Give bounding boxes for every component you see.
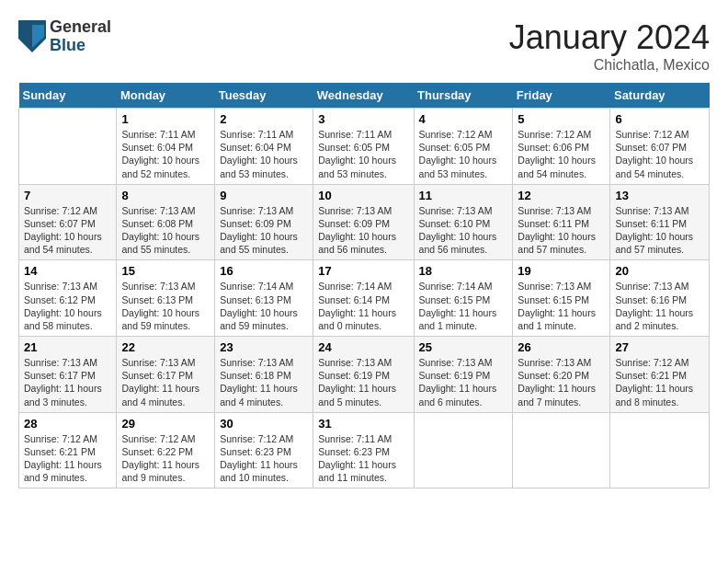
day-info: Sunrise: 7:13 AM Sunset: 6:11 PM Dayligh… (615, 204, 704, 257)
day-info: Sunrise: 7:13 AM Sunset: 6:17 PM Dayligh… (24, 356, 111, 408)
calendar-cell (414, 412, 513, 488)
day-number: 2 (220, 112, 308, 126)
day-info: Sunrise: 7:13 AM Sunset: 6:09 PM Dayligh… (318, 204, 408, 257)
calendar-table: SundayMondayTuesdayWednesdayThursdayFrid… (18, 83, 710, 488)
day-number: 1 (121, 112, 210, 126)
day-number: 23 (220, 340, 308, 354)
day-number: 5 (518, 112, 605, 126)
calendar-cell: 28Sunrise: 7:12 AM Sunset: 6:21 PM Dayli… (19, 412, 117, 488)
day-info: Sunrise: 7:13 AM Sunset: 6:19 PM Dayligh… (318, 356, 408, 408)
day-info: Sunrise: 7:12 AM Sunset: 6:21 PM Dayligh… (615, 356, 704, 408)
calendar-cell: 7Sunrise: 7:12 AM Sunset: 6:07 PM Daylig… (19, 184, 117, 260)
day-number: 28 (24, 417, 111, 431)
day-number: 7 (24, 189, 111, 202)
day-number: 6 (615, 112, 704, 126)
day-number: 15 (121, 264, 210, 278)
calendar-cell: 6Sunrise: 7:12 AM Sunset: 6:07 PM Daylig… (610, 109, 710, 185)
weekday-header-wednesday: Wednesday (313, 83, 414, 109)
weekday-header-monday: Monday (117, 83, 215, 109)
day-number: 8 (121, 189, 210, 202)
week-row-2: 7Sunrise: 7:12 AM Sunset: 6:07 PM Daylig… (19, 184, 710, 260)
day-info: Sunrise: 7:12 AM Sunset: 6:23 PM Dayligh… (220, 432, 308, 485)
calendar-cell: 19Sunrise: 7:13 AM Sunset: 6:15 PM Dayli… (513, 260, 610, 337)
calendar-cell: 27Sunrise: 7:12 AM Sunset: 6:21 PM Dayli… (610, 337, 710, 413)
calendar-cell: 2Sunrise: 7:11 AM Sunset: 6:04 PM Daylig… (215, 109, 313, 185)
day-info: Sunrise: 7:13 AM Sunset: 6:19 PM Dayligh… (419, 356, 508, 408)
weekday-header-row: SundayMondayTuesdayWednesdayThursdayFrid… (19, 83, 710, 109)
week-row-3: 14Sunrise: 7:13 AM Sunset: 6:12 PM Dayli… (19, 260, 710, 337)
calendar-cell (513, 412, 610, 488)
day-info: Sunrise: 7:11 AM Sunset: 6:04 PM Dayligh… (121, 128, 210, 180)
day-number: 22 (121, 340, 210, 354)
logo-general: General (50, 18, 111, 37)
calendar-cell: 31Sunrise: 7:11 AM Sunset: 6:23 PM Dayli… (313, 412, 414, 488)
day-info: Sunrise: 7:14 AM Sunset: 6:14 PM Dayligh… (318, 280, 408, 332)
logo-text: General Blue (50, 18, 111, 55)
day-info: Sunrise: 7:13 AM Sunset: 6:17 PM Dayligh… (121, 356, 210, 408)
day-info: Sunrise: 7:13 AM Sunset: 6:13 PM Dayligh… (121, 280, 210, 332)
calendar-cell: 24Sunrise: 7:13 AM Sunset: 6:19 PM Dayli… (313, 337, 414, 413)
day-number: 31 (318, 417, 408, 431)
page-header: General Blue January 2024 Chichatla, Mex… (18, 18, 710, 74)
week-row-1: 1Sunrise: 7:11 AM Sunset: 6:04 PM Daylig… (19, 109, 710, 185)
day-info: Sunrise: 7:13 AM Sunset: 6:20 PM Dayligh… (518, 356, 605, 408)
day-number: 9 (220, 189, 308, 202)
day-info: Sunrise: 7:11 AM Sunset: 6:04 PM Dayligh… (220, 128, 308, 180)
calendar-cell: 13Sunrise: 7:13 AM Sunset: 6:11 PM Dayli… (610, 184, 710, 260)
calendar-location: Chichatla, Mexico (509, 57, 710, 74)
day-info: Sunrise: 7:14 AM Sunset: 6:15 PM Dayligh… (419, 280, 508, 332)
day-info: Sunrise: 7:13 AM Sunset: 6:09 PM Dayligh… (220, 204, 308, 257)
week-row-5: 28Sunrise: 7:12 AM Sunset: 6:21 PM Dayli… (19, 412, 710, 488)
day-info: Sunrise: 7:12 AM Sunset: 6:06 PM Dayligh… (518, 128, 605, 180)
calendar-cell (19, 109, 117, 185)
day-number: 20 (615, 264, 704, 278)
day-info: Sunrise: 7:13 AM Sunset: 6:18 PM Dayligh… (220, 356, 308, 408)
day-info: Sunrise: 7:12 AM Sunset: 6:22 PM Dayligh… (121, 432, 210, 485)
day-number: 3 (318, 112, 408, 126)
logo: General Blue (18, 18, 111, 55)
day-number: 16 (220, 264, 308, 278)
day-number: 19 (518, 264, 605, 278)
day-number: 12 (518, 189, 605, 202)
week-row-4: 21Sunrise: 7:13 AM Sunset: 6:17 PM Dayli… (19, 337, 710, 413)
day-number: 14 (24, 264, 111, 278)
calendar-cell (610, 412, 710, 488)
calendar-cell: 1Sunrise: 7:11 AM Sunset: 6:04 PM Daylig… (117, 109, 215, 185)
logo-icon (18, 20, 46, 52)
calendar-cell: 25Sunrise: 7:13 AM Sunset: 6:19 PM Dayli… (414, 337, 513, 413)
day-number: 10 (318, 189, 408, 202)
calendar-cell: 4Sunrise: 7:12 AM Sunset: 6:05 PM Daylig… (414, 109, 513, 185)
calendar-cell: 9Sunrise: 7:13 AM Sunset: 6:09 PM Daylig… (215, 184, 313, 260)
day-number: 18 (419, 264, 508, 278)
calendar-cell: 14Sunrise: 7:13 AM Sunset: 6:12 PM Dayli… (19, 260, 117, 337)
day-number: 27 (615, 340, 704, 354)
calendar-cell: 22Sunrise: 7:13 AM Sunset: 6:17 PM Dayli… (117, 337, 215, 413)
day-info: Sunrise: 7:12 AM Sunset: 6:07 PM Dayligh… (615, 128, 704, 180)
day-info: Sunrise: 7:13 AM Sunset: 6:10 PM Dayligh… (419, 204, 508, 257)
day-number: 26 (518, 340, 605, 354)
day-info: Sunrise: 7:12 AM Sunset: 6:05 PM Dayligh… (419, 128, 508, 180)
calendar-cell: 5Sunrise: 7:12 AM Sunset: 6:06 PM Daylig… (513, 109, 610, 185)
calendar-cell: 8Sunrise: 7:13 AM Sunset: 6:08 PM Daylig… (117, 184, 215, 260)
calendar-cell: 21Sunrise: 7:13 AM Sunset: 6:17 PM Dayli… (19, 337, 117, 413)
day-number: 17 (318, 264, 408, 278)
day-number: 13 (615, 189, 704, 202)
day-info: Sunrise: 7:13 AM Sunset: 6:12 PM Dayligh… (24, 280, 111, 332)
calendar-cell: 30Sunrise: 7:12 AM Sunset: 6:23 PM Dayli… (215, 412, 313, 488)
logo-blue: Blue (50, 37, 111, 55)
day-info: Sunrise: 7:13 AM Sunset: 6:16 PM Dayligh… (615, 280, 704, 332)
calendar-cell: 3Sunrise: 7:11 AM Sunset: 6:05 PM Daylig… (313, 109, 414, 185)
day-number: 11 (419, 189, 508, 202)
weekday-header-sunday: Sunday (19, 83, 117, 109)
day-info: Sunrise: 7:13 AM Sunset: 6:11 PM Dayligh… (518, 204, 605, 257)
calendar-cell: 16Sunrise: 7:14 AM Sunset: 6:13 PM Dayli… (215, 260, 313, 337)
day-number: 21 (24, 340, 111, 354)
calendar-cell: 23Sunrise: 7:13 AM Sunset: 6:18 PM Dayli… (215, 337, 313, 413)
calendar-cell: 17Sunrise: 7:14 AM Sunset: 6:14 PM Dayli… (313, 260, 414, 337)
calendar-title: January 2024 (509, 18, 710, 57)
calendar-cell: 15Sunrise: 7:13 AM Sunset: 6:13 PM Dayli… (117, 260, 215, 337)
day-info: Sunrise: 7:13 AM Sunset: 6:15 PM Dayligh… (518, 280, 605, 332)
day-number: 30 (220, 417, 308, 431)
day-number: 4 (419, 112, 508, 126)
calendar-cell: 12Sunrise: 7:13 AM Sunset: 6:11 PM Dayli… (513, 184, 610, 260)
